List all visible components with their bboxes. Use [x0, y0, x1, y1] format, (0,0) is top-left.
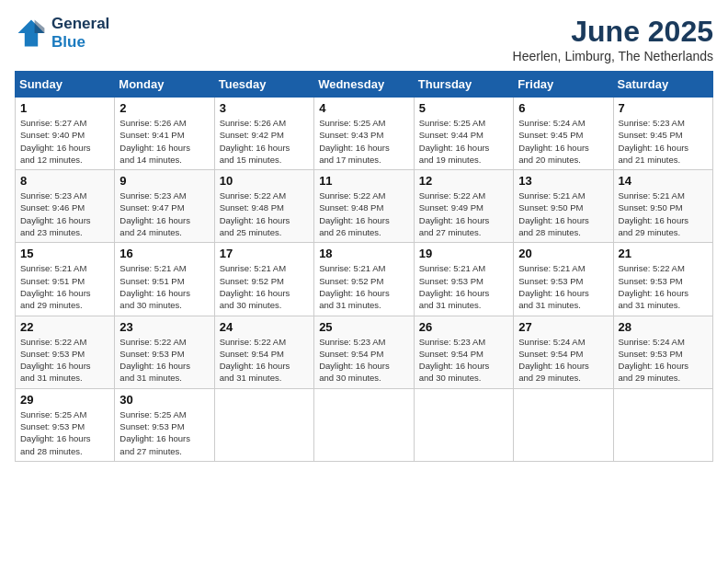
col-header-monday: Monday: [115, 72, 214, 98]
calendar-cell: 20Sunrise: 5:21 AMSunset: 9:53 PMDayligh…: [514, 243, 613, 316]
day-info: Sunrise: 5:23 AMSunset: 9:54 PMDaylight:…: [419, 336, 508, 385]
calendar-cell: 17Sunrise: 5:21 AMSunset: 9:52 PMDayligh…: [214, 243, 313, 316]
calendar-week-row: 8Sunrise: 5:23 AMSunset: 9:46 PMDaylight…: [16, 170, 713, 243]
calendar-cell: 2Sunrise: 5:26 AMSunset: 9:41 PMDaylight…: [115, 98, 214, 170]
day-info: Sunrise: 5:21 AMSunset: 9:51 PMDaylight:…: [119, 262, 209, 311]
calendar-cell: [613, 388, 712, 461]
day-info: Sunrise: 5:21 AMSunset: 9:52 PMDaylight:…: [220, 262, 309, 311]
day-number: 14: [619, 174, 708, 188]
day-info: Sunrise: 5:21 AMSunset: 9:52 PMDaylight:…: [319, 262, 409, 311]
calendar-cell: 19Sunrise: 5:21 AMSunset: 9:53 PMDayligh…: [414, 243, 513, 316]
day-number: 24: [220, 320, 309, 334]
calendar-cell: 25Sunrise: 5:23 AMSunset: 9:54 PMDayligh…: [314, 316, 415, 388]
calendar-cell: 11Sunrise: 5:22 AMSunset: 9:48 PMDayligh…: [314, 170, 415, 243]
day-number: 5: [419, 101, 508, 115]
day-number: 22: [20, 320, 109, 334]
day-info: Sunrise: 5:21 AMSunset: 9:53 PMDaylight:…: [518, 262, 608, 311]
day-info: Sunrise: 5:26 AMSunset: 9:41 PMDaylight:…: [119, 117, 209, 166]
day-info: Sunrise: 5:23 AMSunset: 9:54 PMDaylight:…: [319, 336, 409, 385]
calendar-cell: 6Sunrise: 5:24 AMSunset: 9:45 PMDaylight…: [514, 98, 613, 170]
day-info: Sunrise: 5:25 AMSunset: 9:53 PMDaylight:…: [20, 408, 109, 457]
day-number: 26: [419, 320, 508, 334]
day-number: 4: [319, 101, 409, 115]
day-number: 21: [619, 247, 708, 260]
day-info: Sunrise: 5:25 AMSunset: 9:53 PMDaylight:…: [119, 408, 209, 457]
col-header-saturday: Saturday: [613, 72, 712, 98]
day-number: 15: [20, 247, 109, 260]
day-info: Sunrise: 5:22 AMSunset: 9:53 PMDaylight:…: [20, 336, 109, 385]
col-header-thursday: Thursday: [414, 72, 513, 98]
day-number: 18: [319, 247, 409, 260]
day-info: Sunrise: 5:27 AMSunset: 9:40 PMDaylight:…: [20, 117, 109, 166]
calendar-cell: 8Sunrise: 5:23 AMSunset: 9:46 PMDaylight…: [16, 170, 115, 243]
day-info: Sunrise: 5:24 AMSunset: 9:45 PMDaylight:…: [518, 117, 608, 166]
title-block: June 2025 Heerlen, Limburg, The Netherla…: [513, 15, 713, 63]
day-number: 13: [518, 174, 608, 188]
svg-marker-1: [35, 20, 45, 33]
day-number: 19: [419, 247, 508, 260]
calendar-header-row: SundayMondayTuesdayWednesdayThursdayFrid…: [16, 72, 713, 98]
calendar-table: SundayMondayTuesdayWednesdayThursdayFrid…: [15, 71, 713, 462]
calendar-cell: 16Sunrise: 5:21 AMSunset: 9:51 PMDayligh…: [115, 243, 214, 316]
day-number: 28: [619, 320, 708, 334]
day-info: Sunrise: 5:21 AMSunset: 9:51 PMDaylight:…: [20, 262, 109, 311]
calendar-cell: 1Sunrise: 5:27 AMSunset: 9:40 PMDaylight…: [16, 98, 115, 170]
calendar-cell: 29Sunrise: 5:25 AMSunset: 9:53 PMDayligh…: [16, 388, 115, 461]
day-number: 7: [619, 101, 708, 115]
calendar-week-row: 29Sunrise: 5:25 AMSunset: 9:53 PMDayligh…: [16, 388, 713, 461]
day-number: 3: [220, 101, 309, 115]
month-title: June 2025: [513, 15, 713, 49]
day-number: 10: [220, 174, 309, 188]
calendar-cell: 26Sunrise: 5:23 AMSunset: 9:54 PMDayligh…: [414, 316, 513, 388]
day-info: Sunrise: 5:22 AMSunset: 9:48 PMDaylight:…: [220, 190, 309, 238]
day-info: Sunrise: 5:22 AMSunset: 9:54 PMDaylight:…: [220, 336, 309, 385]
calendar-cell: 5Sunrise: 5:25 AMSunset: 9:44 PMDaylight…: [414, 98, 513, 170]
day-number: 1: [20, 101, 109, 115]
day-info: Sunrise: 5:21 AMSunset: 9:50 PMDaylight:…: [518, 190, 608, 238]
calendar-cell: 14Sunrise: 5:21 AMSunset: 9:50 PMDayligh…: [613, 170, 712, 243]
day-number: 16: [119, 247, 209, 260]
calendar-cell: 30Sunrise: 5:25 AMSunset: 9:53 PMDayligh…: [115, 388, 214, 461]
col-header-wednesday: Wednesday: [314, 72, 415, 98]
calendar-cell: 23Sunrise: 5:22 AMSunset: 9:53 PMDayligh…: [115, 316, 214, 388]
calendar-cell: 18Sunrise: 5:21 AMSunset: 9:52 PMDayligh…: [314, 243, 415, 316]
day-number: 2: [119, 101, 209, 115]
col-header-tuesday: Tuesday: [214, 72, 313, 98]
calendar-cell: [314, 388, 415, 461]
day-number: 12: [419, 174, 508, 188]
day-number: 17: [220, 247, 309, 260]
calendar-cell: 4Sunrise: 5:25 AMSunset: 9:43 PMDaylight…: [314, 98, 415, 170]
day-info: Sunrise: 5:22 AMSunset: 9:53 PMDaylight:…: [119, 336, 209, 385]
calendar-cell: 22Sunrise: 5:22 AMSunset: 9:53 PMDayligh…: [16, 316, 115, 388]
calendar-cell: [414, 388, 513, 461]
logo-text: General Blue: [51, 15, 109, 52]
day-number: 20: [518, 247, 608, 260]
day-number: 11: [319, 174, 409, 188]
col-header-friday: Friday: [514, 72, 613, 98]
calendar-cell: 12Sunrise: 5:22 AMSunset: 9:49 PMDayligh…: [414, 170, 513, 243]
day-number: 29: [20, 393, 109, 407]
day-info: Sunrise: 5:22 AMSunset: 9:53 PMDaylight:…: [619, 262, 708, 311]
calendar-cell: 3Sunrise: 5:26 AMSunset: 9:42 PMDaylight…: [214, 98, 313, 170]
col-header-sunday: Sunday: [16, 72, 115, 98]
calendar-cell: 10Sunrise: 5:22 AMSunset: 9:48 PMDayligh…: [214, 170, 313, 243]
calendar-cell: 28Sunrise: 5:24 AMSunset: 9:53 PMDayligh…: [613, 316, 712, 388]
calendar-cell: 13Sunrise: 5:21 AMSunset: 9:50 PMDayligh…: [514, 170, 613, 243]
logo-icon: [15, 17, 48, 50]
day-info: Sunrise: 5:23 AMSunset: 9:46 PMDaylight:…: [20, 190, 109, 238]
day-number: 30: [119, 393, 209, 407]
calendar-cell: [214, 388, 313, 461]
day-info: Sunrise: 5:22 AMSunset: 9:48 PMDaylight:…: [319, 190, 409, 238]
calendar-cell: 27Sunrise: 5:24 AMSunset: 9:54 PMDayligh…: [514, 316, 613, 388]
calendar-week-row: 1Sunrise: 5:27 AMSunset: 9:40 PMDaylight…: [16, 98, 713, 170]
calendar-cell: 15Sunrise: 5:21 AMSunset: 9:51 PMDayligh…: [16, 243, 115, 316]
day-info: Sunrise: 5:25 AMSunset: 9:43 PMDaylight:…: [319, 117, 409, 166]
day-info: Sunrise: 5:23 AMSunset: 9:47 PMDaylight:…: [119, 190, 209, 238]
day-number: 6: [518, 101, 608, 115]
day-info: Sunrise: 5:26 AMSunset: 9:42 PMDaylight:…: [220, 117, 309, 166]
calendar-week-row: 22Sunrise: 5:22 AMSunset: 9:53 PMDayligh…: [16, 316, 713, 388]
day-number: 25: [319, 320, 409, 334]
day-info: Sunrise: 5:24 AMSunset: 9:54 PMDaylight:…: [518, 336, 608, 385]
day-info: Sunrise: 5:21 AMSunset: 9:50 PMDaylight:…: [619, 190, 708, 238]
calendar-cell: 9Sunrise: 5:23 AMSunset: 9:47 PMDaylight…: [115, 170, 214, 243]
